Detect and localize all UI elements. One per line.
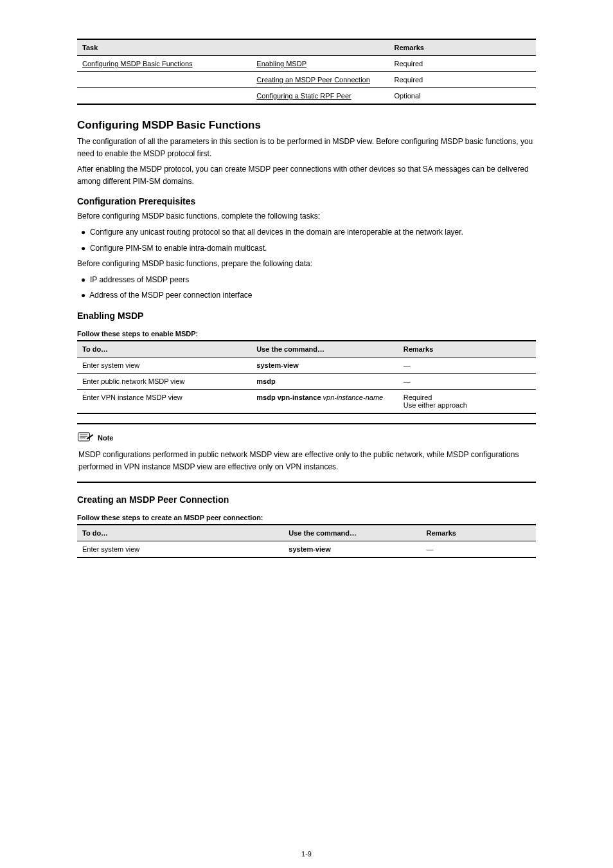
link-cell [77,88,251,105]
th-cmd: Use the command… [283,525,421,541]
bullet-3: ● IP addresses of MSDP peers [77,274,536,286]
intro-a: The configuration of all the parameters … [77,136,536,159]
th-cmd: Use the command… [251,341,398,357]
remarks-cell: Required [389,72,537,88]
remarks-cell: RequiredUse either approach [398,389,536,413]
prereq-heading: Configuration Prerequisites [77,196,536,206]
task-cell: Configuring a Static RPF Peer [251,88,389,105]
prereq-p1: Before configuring MSDP basic functions,… [77,210,536,222]
bullet-1: ● Configure any unicast routing protocol… [77,226,536,239]
table-row: Creating an MSDP Peer Connection Require… [77,72,536,88]
task-link-2[interactable]: Creating an MSDP Peer Connection [256,76,370,84]
prereq-p2: Before configuring MSDP basic functions,… [77,258,536,270]
bullet-text: Address of the MSDP peer connection inte… [89,291,252,300]
th-task [251,39,389,56]
note-box: Note MSDP configurations performed in pu… [77,423,536,483]
todo-cell: Enter public network MSDP view [77,373,251,389]
th-remarks: Remarks [389,39,537,56]
document-page: { "section_title": "Configuring MSDP Bas… [0,0,613,868]
cmd-cell: system-view [251,357,398,373]
remarks-cell: Required [389,56,537,72]
enable-msdp-table: To do… Use the command… Remarks Enter sy… [77,340,536,414]
remarks-cell: Optional [389,88,537,105]
table-row: Enter system view system-view — [77,357,536,373]
th-link: Task [77,39,251,56]
svg-rect-0 [78,433,90,441]
remarks-text: Required [404,393,432,401]
task-link[interactable]: Configuring MSDP Basic Functions [82,60,193,68]
remarks-extra: Use either approach [404,401,467,409]
note-icon [77,431,94,445]
table-row: Configuring MSDP Basic Functions Enablin… [77,56,536,72]
cmd-cell: msdp [251,373,398,389]
todo-cell: Enter system view [77,357,251,373]
cmd-text: system-view [289,545,330,553]
remarks-cell: — [398,373,536,389]
col-task: Task [82,44,98,51]
table-row: Enter VPN instance MSDP view msdp vpn-in… [77,389,536,413]
enable-msdp-heading: Enabling MSDP [77,311,536,321]
th-remarks: Remarks [421,525,536,541]
th-todo: To do… [77,525,283,541]
task-cell: Creating an MSDP Peer Connection [251,72,389,88]
cmd-cell: msdp vpn-instance vpn-instance-name [251,389,398,413]
task-table: Task Remarks Configuring MSDP Basic Func… [77,39,536,105]
page-number: 1-9 [0,850,613,858]
bullet-text: Configure PIM-SM to enable intra-domain … [90,244,267,253]
cmd-text: msdp [256,377,275,385]
link-cell [77,72,251,88]
todo-cell: Enter system view [77,541,283,558]
cmd-text: msdp vpn-instance [256,393,323,401]
th-remarks: Remarks [398,341,536,357]
cmd-arg: vpn-instance-name [323,393,384,401]
intro-b: After enabling the MSDP protocol, you ca… [77,163,536,187]
th-todo: To do… [77,341,251,357]
col-remarks: Remarks [395,44,424,51]
remarks-cell: — [421,541,536,558]
note-label: Note [98,434,113,442]
table-row: Enter public network MSDP view msdp — [77,373,536,389]
task-cell: Enabling MSDP [251,56,389,72]
cmd-cell: system-view [283,541,421,558]
task-link-3[interactable]: Configuring a Static RPF Peer [256,92,351,100]
bullet-2: ● Configure PIM-SM to enable intra-domai… [77,242,536,255]
cmd-text: system-view [256,361,298,369]
todo-cell: Enter VPN instance MSDP view [77,389,251,413]
section-title: Configuring MSDP Basic Functions [77,119,536,132]
remarks-cell: — [398,357,536,373]
create-peer-heading: Creating an MSDP Peer Connection [77,494,536,505]
task-link-1[interactable]: Enabling MSDP [256,60,306,68]
note-body: MSDP configurations performed in public … [77,449,536,473]
link-cell: Configuring MSDP Basic Functions [77,56,251,72]
note-head: Note [77,431,536,445]
table2-caption: Follow these steps to create an MSDP pee… [77,514,536,521]
bullet-text: IP addresses of MSDP peers [90,275,189,284]
bullet-4: ● Address of the MSDP peer connection in… [77,289,536,302]
table-row: Enter system view system-view — [77,541,536,558]
table-row: Configuring a Static RPF Peer Optional [77,88,536,105]
create-peer-table: To do… Use the command… Remarks Enter sy… [77,524,536,558]
bullet-text: Configure any unicast routing protocol s… [90,228,463,237]
table1-caption: Follow these steps to enable MSDP: [77,330,536,338]
